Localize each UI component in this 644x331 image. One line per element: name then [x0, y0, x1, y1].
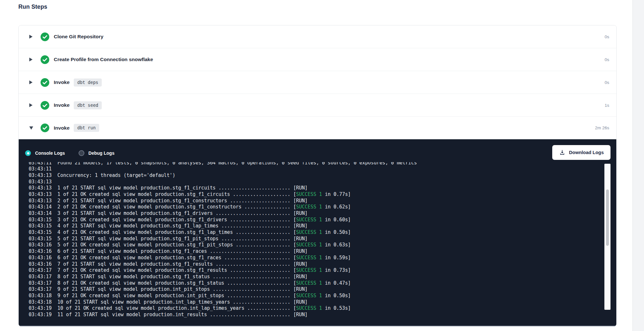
log-success-text: SUCCESS 1 [296, 191, 322, 197]
log-text: 03:43:13 1 of 21 OK created sql view mod… [29, 191, 296, 197]
download-logs-label: Download Logs [569, 150, 604, 155]
log-line: 03:43:13 1 of 21 START sql view model pr… [29, 185, 568, 191]
log-line: 03:43:18 9 of 21 OK created sql view mod… [29, 293, 568, 299]
step-duration: 2m 26s [595, 125, 609, 130]
log-type-tabs: Console LogsDebug Logs [25, 150, 128, 156]
chevron-right-icon [29, 35, 33, 39]
log-line: 03:43:18 10 of 21 START sql view model p… [29, 299, 568, 306]
step-row[interactable]: Create Profile from Connection snowflake… [19, 48, 616, 71]
step-duration: 0s [605, 34, 609, 39]
step-label: Invoke [54, 102, 70, 108]
log-line: 03:43:11 [29, 166, 568, 172]
log-text: 03:43:18 10 of 21 START sql view model p… [29, 299, 308, 305]
log-text: 03:43:16 6 of 21 START sql view model pr… [29, 248, 308, 254]
radio-selected-icon[interactable] [25, 150, 31, 156]
log-text: in 0.77s] [322, 191, 351, 197]
log-text: 03:43:15 5 of 21 START sql view model pr… [29, 236, 308, 242]
chevron-right-icon[interactable] [29, 58, 34, 61]
log-text: 03:43:17 8 of 21 START sql view model pr… [29, 274, 308, 280]
step-row[interactable]: Clone Git Repository0s [19, 25, 616, 48]
log-text: in 0.63s] [322, 242, 351, 248]
console-scrollbar-thumb[interactable] [606, 189, 609, 246]
step-row[interactable]: Invokedbt deps0s [19, 71, 616, 94]
log-success-text: SUCCESS 1 [296, 204, 322, 210]
step-label: Create Profile from Connection snowflake [54, 57, 153, 62]
step-duration: 0s [605, 57, 609, 62]
success-check-icon [41, 101, 49, 110]
log-line: 03:43:17 8 of 21 OK created sql view mod… [29, 280, 568, 287]
log-text: 03:43:19 10 of 21 OK created sql view mo… [29, 305, 296, 311]
chevron-right-icon[interactable] [29, 35, 34, 39]
log-text: in 0.47s] [322, 280, 351, 286]
log-success-text: SUCCESS 1 [296, 255, 322, 261]
log-line: 03:43:15 5 of 21 START sql view model pr… [29, 236, 568, 242]
log-line: 03:43:19 11 of 21 START sql view model p… [29, 312, 568, 318]
log-tab-label[interactable]: Debug Logs [89, 151, 115, 156]
log-line: 03:43:13 [29, 179, 568, 185]
log-line: 03:43:14 2 of 21 OK created sql view mod… [29, 204, 568, 210]
log-line: 03:43:13 Concurrency: 1 threads (target=… [29, 172, 568, 179]
success-check-icon [41, 78, 49, 87]
log-line: 03:43:13 1 of 21 OK created sql view mod… [29, 191, 568, 198]
log-text: 03:43:11 Found 21 models, 17 tests, 0 sn… [29, 162, 417, 166]
download-logs-button[interactable]: Download Logs [552, 145, 611, 160]
log-text: 03:43:13 Concurrency: 1 threads (target=… [29, 172, 175, 178]
chevron-right-icon [29, 58, 33, 61]
log-line: 03:43:17 7 of 21 OK created sql view mod… [29, 267, 568, 274]
log-line: 03:43:19 10 of 21 OK created sql view mo… [29, 305, 568, 312]
step-duration: 1s [605, 103, 609, 108]
chevron-right-icon[interactable] [29, 80, 34, 84]
page-title: Run Steps [18, 4, 47, 10]
log-text: 03:43:14 2 of 21 OK created sql view mod… [29, 204, 296, 210]
step-command-chip: dbt seed [74, 101, 102, 109]
log-text: 03:43:16 7 of 21 START sql view model pr… [29, 261, 308, 267]
step-command-chip: dbt deps [74, 78, 102, 87]
log-text: 03:43:17 7 of 21 OK created sql view mod… [29, 267, 296, 273]
console-log-lines: 03:43:11 Found 21 models, 17 tests, 0 sn… [29, 162, 568, 318]
log-text: in 0.53s] [322, 305, 351, 311]
log-text: in 0.60s] [322, 217, 351, 223]
log-text: in 0.50s] [322, 229, 351, 235]
log-text: 03:43:17 9 of 21 START sql view model pr… [29, 286, 308, 292]
log-text: 03:43:19 11 of 21 START sql view model p… [29, 312, 308, 317]
log-text: 03:43:13 [29, 179, 52, 185]
success-check-icon [41, 32, 49, 41]
log-line: 03:43:16 5 of 21 OK created sql view mod… [29, 242, 568, 248]
log-text: 03:43:18 9 of 21 OK created sql view mod… [29, 293, 296, 299]
log-text: in 0.59s] [322, 255, 351, 261]
log-text: 03:43:13 1 of 21 START sql view model pr… [29, 185, 308, 191]
chevron-right-icon [29, 80, 33, 84]
step-row[interactable]: Invokedbt seed1s [19, 94, 616, 117]
step-row[interactable]: Invokedbt run2m 26s [19, 117, 616, 139]
log-text: 03:43:14 3 of 21 START sql view model pr… [29, 210, 308, 216]
log-line: 03:43:17 8 of 21 START sql view model pr… [29, 274, 568, 280]
log-text: 03:43:16 5 of 21 OK created sql view mod… [29, 242, 296, 248]
log-line: 03:43:16 6 of 21 START sql view model pr… [29, 248, 568, 255]
log-text: 03:43:15 4 of 21 START sql view model pr… [29, 223, 308, 229]
console-log-output[interactable]: 03:43:11 Found 21 models, 17 tests, 0 sn… [29, 162, 568, 324]
log-line: 03:43:16 6 of 21 OK created sql view mod… [29, 255, 568, 261]
log-success-text: SUCCESS 1 [296, 217, 322, 223]
log-text: 03:43:13 2 of 21 START sql view model pr… [29, 198, 308, 204]
log-text: in 0.62s] [322, 204, 351, 210]
log-success-text: SUCCESS 1 [296, 293, 322, 299]
log-success-text: SUCCESS 1 [296, 229, 322, 235]
success-check-icon [41, 124, 49, 132]
log-success-text: SUCCESS 1 [296, 267, 322, 273]
page-scroll-gutter [632, 0, 644, 331]
run-steps-list: Clone Git Repository0sCreate Profile fro… [19, 25, 616, 139]
log-line: 03:43:16 7 of 21 START sql view model pr… [29, 261, 568, 268]
log-line: 03:43:17 9 of 21 START sql view model pr… [29, 286, 568, 293]
log-line: 03:43:13 2 of 21 START sql view model pr… [29, 198, 568, 204]
chevron-right-icon [29, 103, 33, 107]
chevron-right-icon[interactable] [29, 103, 34, 107]
log-text: 03:43:15 4 of 21 OK created sql view mod… [29, 229, 296, 235]
step-command-chip: dbt run [74, 124, 99, 132]
log-success-text: SUCCESS 1 [296, 242, 322, 248]
chevron-down-icon[interactable] [29, 126, 34, 130]
success-check-icon [41, 55, 49, 64]
step-label: Clone Git Repository [54, 34, 103, 40]
radio-unselected-icon[interactable] [79, 150, 84, 156]
console-scrollbar[interactable] [604, 164, 611, 310]
log-tab-label[interactable]: Console Logs [35, 151, 65, 156]
